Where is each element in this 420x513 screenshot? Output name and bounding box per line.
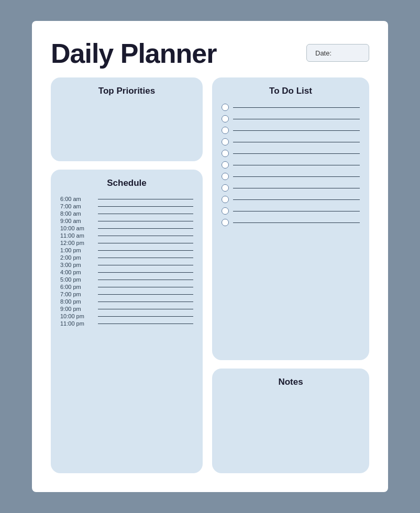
schedule-item[interactable]: 3:00 pm xyxy=(60,262,193,268)
todo-list xyxy=(222,104,360,226)
schedule-line xyxy=(98,206,193,207)
schedule-item[interactable]: 9:00 am xyxy=(60,218,193,224)
todo-item[interactable] xyxy=(222,184,360,192)
schedule-item[interactable]: 12:00 pm xyxy=(60,240,193,246)
todo-line xyxy=(233,211,360,211)
schedule-item[interactable]: 11:00 am xyxy=(60,232,193,239)
schedule-item[interactable]: 8:00 am xyxy=(60,210,193,217)
todo-line xyxy=(233,165,360,165)
schedule-line xyxy=(98,214,193,214)
main-content: Top Priorities Schedule 6:00 am7:00 am8:… xyxy=(51,77,369,473)
todo-circle xyxy=(222,104,229,111)
todo-line xyxy=(233,188,360,188)
todo-circle xyxy=(222,127,229,134)
page-title: Daily Planner xyxy=(51,40,216,67)
todo-item[interactable] xyxy=(222,138,360,146)
schedule-line xyxy=(98,324,193,324)
schedule-line xyxy=(98,309,193,309)
time-label: 4:00 pm xyxy=(60,269,96,275)
left-column: Top Priorities Schedule 6:00 am7:00 am8:… xyxy=(51,77,203,473)
todo-line xyxy=(233,176,360,177)
todo-line xyxy=(233,222,360,223)
todo-item[interactable] xyxy=(222,104,360,111)
schedule-item[interactable]: 7:00 am xyxy=(60,203,193,209)
schedule-line xyxy=(98,287,193,287)
planner-page: Daily Planner Date: Top Priorities Sched… xyxy=(32,21,388,492)
schedule-item[interactable]: 11:00 pm xyxy=(60,320,193,327)
header: Daily Planner Date: xyxy=(51,40,369,67)
time-label: 5:00 pm xyxy=(60,276,96,283)
todo-circle xyxy=(222,219,229,226)
time-label: 12:00 pm xyxy=(60,240,96,246)
time-label: 9:00 am xyxy=(60,218,96,224)
time-label: 10:00 am xyxy=(60,225,96,231)
schedule-item[interactable]: 4:00 pm xyxy=(60,269,193,275)
todo-circle xyxy=(222,207,229,215)
schedule-list: 6:00 am7:00 am8:00 am9:00 am10:00 am11:0… xyxy=(60,196,193,327)
notes-card: Notes xyxy=(212,369,369,473)
schedule-line xyxy=(98,243,193,243)
time-label: 9:00 pm xyxy=(60,306,96,312)
priorities-card: Top Priorities xyxy=(51,77,203,161)
todo-line xyxy=(233,142,360,142)
schedule-item[interactable]: 9:00 pm xyxy=(60,306,193,312)
todo-item[interactable] xyxy=(222,127,360,134)
schedule-line xyxy=(98,302,193,302)
schedule-line xyxy=(98,250,193,251)
time-label: 8:00 pm xyxy=(60,298,96,305)
todo-circle xyxy=(222,173,229,180)
todo-item[interactable] xyxy=(222,115,360,122)
schedule-item[interactable]: 8:00 pm xyxy=(60,298,193,305)
schedule-item[interactable]: 6:00 pm xyxy=(60,284,193,290)
schedule-line xyxy=(98,236,193,236)
schedule-line xyxy=(98,294,193,295)
date-field[interactable]: Date: xyxy=(306,44,369,62)
todo-circle xyxy=(222,150,229,157)
schedule-line xyxy=(98,199,193,199)
schedule-item[interactable]: 7:00 pm xyxy=(60,291,193,297)
schedule-line xyxy=(98,272,193,273)
todo-item[interactable] xyxy=(222,161,360,169)
time-label: 7:00 pm xyxy=(60,291,96,297)
todo-title: To Do List xyxy=(222,86,360,96)
schedule-item[interactable]: 5:00 pm xyxy=(60,276,193,283)
todo-circle xyxy=(222,115,229,122)
todo-item[interactable] xyxy=(222,207,360,215)
schedule-item[interactable]: 2:00 pm xyxy=(60,254,193,261)
schedule-item[interactable]: 10:00 am xyxy=(60,225,193,231)
todo-circle xyxy=(222,196,229,203)
todo-line xyxy=(233,130,360,131)
schedule-item[interactable]: 6:00 am xyxy=(60,196,193,202)
schedule-item[interactable]: 10:00 pm xyxy=(60,313,193,319)
schedule-line xyxy=(98,316,193,317)
schedule-line xyxy=(98,280,193,280)
todo-line xyxy=(233,153,360,154)
time-label: 8:00 am xyxy=(60,210,96,217)
todo-item[interactable] xyxy=(222,219,360,226)
time-label: 6:00 am xyxy=(60,196,96,202)
todo-item[interactable] xyxy=(222,150,360,157)
priorities-title: Top Priorities xyxy=(60,86,193,96)
time-label: 1:00 pm xyxy=(60,247,96,253)
time-label: 10:00 pm xyxy=(60,313,96,319)
time-label: 11:00 am xyxy=(60,232,96,239)
schedule-card: Schedule 6:00 am7:00 am8:00 am9:00 am10:… xyxy=(51,170,203,473)
schedule-item[interactable]: 1:00 pm xyxy=(60,247,193,253)
time-label: 3:00 pm xyxy=(60,262,96,268)
todo-item[interactable] xyxy=(222,173,360,180)
todo-item[interactable] xyxy=(222,196,360,203)
time-label: 2:00 pm xyxy=(60,254,96,261)
time-label: 11:00 pm xyxy=(60,320,96,327)
todo-card: To Do List xyxy=(212,77,369,360)
todo-circle xyxy=(222,161,229,169)
time-label: 7:00 am xyxy=(60,203,96,209)
right-column: To Do List Notes xyxy=(212,77,369,473)
schedule-line xyxy=(98,258,193,258)
schedule-line xyxy=(98,265,193,265)
schedule-line xyxy=(98,228,193,229)
schedule-title: Schedule xyxy=(60,178,193,188)
notes-title: Notes xyxy=(222,377,360,387)
todo-line xyxy=(233,119,360,119)
time-label: 6:00 pm xyxy=(60,284,96,290)
todo-circle xyxy=(222,138,229,146)
